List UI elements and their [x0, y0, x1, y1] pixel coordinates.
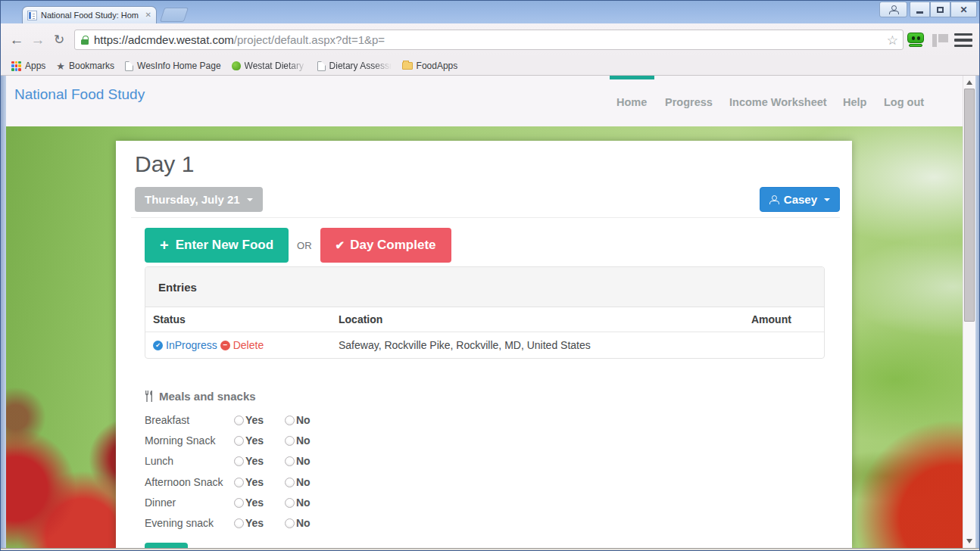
back-button[interactable]: ← [7, 30, 27, 50]
meals-section-title: Meals and snacks [145, 390, 256, 403]
check-circle-icon: ✔ [153, 341, 163, 350]
meal-row-morning-snack: Morning Snack Yes No [145, 431, 448, 451]
bookmark-foodapps-folder[interactable]: FoodApps [402, 61, 458, 71]
browser-window: National Food Study: Hom ✕ ✕ ← → ↻ https… [0, 0, 980, 551]
tab-close-icon[interactable]: ✕ [145, 11, 151, 19]
or-label: OR [297, 240, 312, 251]
chrome-menu-button[interactable] [954, 33, 972, 47]
title-bar: National Food Study: Hom ✕ ✕ [1, 1, 980, 23]
forward-button[interactable]: → [28, 30, 48, 50]
scroll-up-icon[interactable] [966, 80, 972, 85]
active-nav-indicator [610, 76, 654, 79]
folder-icon [402, 62, 413, 70]
day-complete-button[interactable]: ✔ Day Complete [320, 228, 451, 263]
column-status: Status [145, 307, 331, 332]
radio-lunch-no[interactable] [285, 456, 295, 466]
chevron-down-icon [247, 198, 253, 201]
bookmark-dietary-assessment[interactable]: Dietary Assessment Te [317, 61, 392, 71]
person-icon [769, 195, 779, 204]
minimize-icon [916, 11, 923, 14]
column-location: Location [331, 307, 744, 332]
minimize-button[interactable] [910, 2, 930, 17]
plus-icon: + [160, 237, 169, 254]
radio-evening-snack-yes[interactable] [234, 518, 244, 528]
bookmark-westat-dietary-coders[interactable]: Westat Dietary Coders [232, 61, 307, 71]
user-dropdown-button[interactable]: Casey [760, 187, 840, 212]
radio-dinner-no[interactable] [285, 498, 295, 508]
nav-help[interactable]: Help [843, 96, 866, 108]
radio-morning-snack-yes[interactable] [234, 436, 244, 446]
tab-favicon-icon [27, 11, 37, 20]
page-icon [317, 61, 326, 71]
date-dropdown-button[interactable]: Thursday, July 21 [135, 187, 263, 212]
close-icon: ✕ [960, 5, 967, 14]
entries-panel: Entries Status Location Amount ✔ InProgr… [145, 266, 825, 359]
star-icon: ★ [56, 61, 65, 71]
meal-row-evening-snack: Evening snack Yes No [145, 513, 448, 534]
radio-breakfast-yes[interactable] [234, 416, 244, 425]
window-frame-right [975, 76, 980, 548]
check-icon: ✔ [336, 238, 345, 252]
apps-grid-icon [11, 61, 21, 71]
extension-roboform-icon[interactable] [907, 33, 924, 48]
radio-evening-snack-no[interactable] [285, 518, 295, 528]
nav-income-worksheet[interactable]: Income Worksheet [729, 96, 827, 108]
nav-log-out[interactable]: Log out [884, 96, 924, 108]
actions-row: + Enter New Food OR ✔ Day Complete [145, 228, 451, 263]
bookmarks-bar: Apps ★ Bookmarks WesInfo Home Page Westa… [1, 57, 980, 76]
column-amount: Amount [744, 307, 818, 332]
page-title: Day 1 [135, 151, 194, 177]
address-bar[interactable]: https://adcmdev.westat.com/project/defau… [74, 30, 904, 50]
meal-row-dinner: Dinner Yes No [145, 493, 448, 513]
bookmark-apps[interactable]: Apps [11, 61, 45, 71]
entry-location: Safeway, Rockville Pike, Rockville, MD, … [331, 333, 744, 357]
delete-link[interactable]: Delete [233, 339, 264, 351]
site-brand[interactable]: National Food Study [14, 86, 145, 103]
meal-row-lunch: Lunch Yes No [145, 451, 448, 472]
page-scrollbar[interactable] [963, 76, 975, 548]
radio-afternoon-snack-yes[interactable] [234, 478, 244, 487]
radio-morning-snack-no[interactable] [285, 436, 295, 446]
bookmark-star-icon[interactable]: ☆ [887, 33, 898, 48]
maximize-button[interactable] [930, 2, 950, 17]
person-icon [889, 5, 898, 14]
new-tab-button[interactable] [160, 8, 189, 22]
url-path: /project/default.aspx?dt=1&p= [234, 33, 385, 46]
nav-home[interactable]: Home [616, 96, 647, 108]
cutlery-icon [145, 391, 154, 402]
url-text[interactable]: https://adcmdev.westat.com/project/defau… [94, 33, 385, 46]
browser-toolbar: ← → ↻ https://adcmdev.westat.com/project… [1, 23, 980, 57]
content-card: Day 1 Thursday, July 21 Casey + Enter Ne… [116, 141, 852, 548]
browser-tab[interactable]: National Food Study: Hom ✕ [22, 6, 157, 23]
profile-button[interactable] [879, 2, 907, 17]
bookmark-bookmarks[interactable]: ★ Bookmarks [56, 61, 114, 71]
radio-lunch-yes[interactable] [234, 456, 244, 466]
enter-new-food-button[interactable]: + Enter New Food [145, 228, 289, 263]
tab-title: National Food Study: Hom [41, 11, 142, 20]
table-row: ✔ InProgress – Delete Safeway, Rockville… [145, 332, 824, 358]
inprogress-link[interactable]: InProgress [166, 339, 217, 351]
entries-panel-title: Entries [145, 267, 824, 307]
radio-breakfast-no[interactable] [285, 416, 295, 425]
url-domain: https://adcmdev.westat.com [94, 33, 234, 46]
site-header: National Food Study Home Progress Income… [6, 76, 963, 126]
save-button-partial[interactable] [145, 543, 188, 548]
window-frame-left [1, 76, 6, 548]
chevron-down-icon [824, 198, 830, 201]
reload-button[interactable]: ↻ [49, 30, 69, 50]
entry-amount [744, 339, 818, 351]
apple-icon [232, 61, 241, 70]
nav-progress[interactable]: Progress [665, 96, 713, 108]
scrollbar-thumb[interactable] [964, 89, 975, 322]
https-padlock-icon[interactable] [81, 36, 89, 45]
radio-afternoon-snack-no[interactable] [285, 478, 295, 487]
close-button[interactable]: ✕ [950, 2, 977, 17]
page-icon [125, 61, 133, 71]
bookmark-wesinfo[interactable]: WesInfo Home Page [125, 61, 221, 71]
radio-dinner-yes[interactable] [234, 498, 244, 508]
extension-layout-icon[interactable] [932, 34, 948, 47]
meal-row-breakfast: Breakfast Yes No [145, 410, 448, 431]
scroll-down-icon[interactable] [966, 539, 972, 543]
maximize-icon [937, 7, 944, 13]
entries-table-header: Status Location Amount [145, 307, 824, 332]
